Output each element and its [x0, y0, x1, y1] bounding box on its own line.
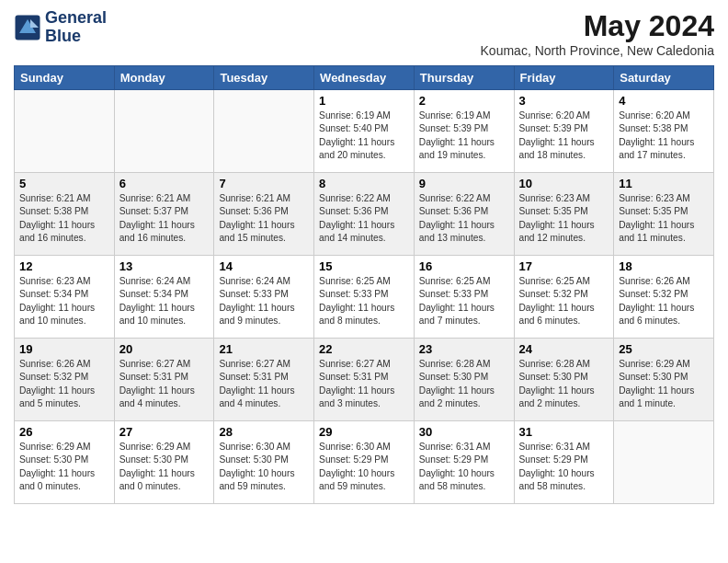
cell-text: Sunrise: 6:30 AMSunset: 5:29 PMDaylight:… [319, 441, 409, 493]
cell-text: Sunrise: 6:20 AMSunset: 5:39 PMDaylight:… [519, 109, 609, 162]
logo: General Blue [14, 9, 107, 46]
day-number: 31 [519, 425, 609, 439]
cell-text: Sunrise: 6:24 AMSunset: 5:33 PMDaylight:… [219, 275, 309, 327]
calendar-cell: 15Sunrise: 6:25 AMSunset: 5:33 PMDayligh… [314, 256, 415, 339]
cell-text: Sunrise: 6:30 AMSunset: 5:30 PMDaylight:… [219, 441, 309, 493]
cell-text: Sunrise: 6:21 AMSunset: 5:36 PMDaylight:… [219, 192, 309, 245]
day-header-tuesday: Tuesday [214, 66, 314, 90]
week-row: 5Sunrise: 6:21 AMSunset: 5:38 PMDaylight… [15, 173, 714, 256]
cell-text: Sunrise: 6:28 AMSunset: 5:30 PMDaylight:… [519, 358, 609, 410]
cell-text: Sunrise: 6:27 AMSunset: 5:31 PMDaylight:… [119, 358, 210, 410]
week-row: 26Sunrise: 6:29 AMSunset: 5:30 PMDayligh… [15, 421, 714, 504]
cell-text: Sunrise: 6:21 AMSunset: 5:38 PMDaylight:… [19, 192, 109, 245]
day-header-friday: Friday [514, 66, 614, 90]
day-number: 19 [19, 342, 109, 356]
calendar-cell: 23Sunrise: 6:28 AMSunset: 5:30 PMDayligh… [414, 339, 514, 421]
cell-text: Sunrise: 6:31 AMSunset: 5:29 PMDaylight:… [419, 441, 509, 493]
day-number: 14 [219, 259, 309, 273]
day-number: 28 [219, 425, 309, 439]
day-header-saturday: Saturday [614, 66, 714, 90]
calendar-cell: 22Sunrise: 6:27 AMSunset: 5:31 PMDayligh… [314, 339, 415, 421]
day-number: 1 [319, 94, 409, 108]
calendar-cell: 18Sunrise: 6:26 AMSunset: 5:32 PMDayligh… [614, 256, 714, 339]
week-row: 19Sunrise: 6:26 AMSunset: 5:32 PMDayligh… [15, 339, 714, 421]
day-number: 22 [319, 342, 409, 356]
day-number: 3 [519, 94, 609, 108]
cell-text: Sunrise: 6:27 AMSunset: 5:31 PMDaylight:… [219, 358, 309, 410]
logo-icon [14, 14, 41, 41]
calendar-cell [114, 90, 214, 173]
cell-text: Sunrise: 6:25 AMSunset: 5:32 PMDaylight:… [519, 275, 609, 327]
day-number: 9 [419, 177, 509, 190]
calendar-cell: 6Sunrise: 6:21 AMSunset: 5:37 PMDaylight… [114, 173, 214, 256]
day-number: 6 [119, 177, 210, 190]
day-number: 8 [319, 177, 409, 190]
calendar-cell: 16Sunrise: 6:25 AMSunset: 5:33 PMDayligh… [414, 256, 514, 339]
day-number: 4 [619, 94, 709, 108]
cell-text: Sunrise: 6:21 AMSunset: 5:37 PMDaylight:… [119, 192, 210, 245]
calendar-cell: 24Sunrise: 6:28 AMSunset: 5:30 PMDayligh… [514, 339, 614, 421]
day-number: 25 [619, 342, 709, 356]
calendar-cell: 2Sunrise: 6:19 AMSunset: 5:39 PMDaylight… [414, 90, 514, 173]
cell-text: Sunrise: 6:22 AMSunset: 5:36 PMDaylight:… [419, 192, 509, 245]
day-number: 7 [219, 177, 309, 190]
cell-text: Sunrise: 6:29 AMSunset: 5:30 PMDaylight:… [119, 441, 210, 493]
cell-text: Sunrise: 6:31 AMSunset: 5:29 PMDaylight:… [519, 441, 609, 493]
day-number: 18 [619, 259, 709, 273]
calendar-cell: 25Sunrise: 6:29 AMSunset: 5:30 PMDayligh… [614, 339, 714, 421]
calendar-cell: 31Sunrise: 6:31 AMSunset: 5:29 PMDayligh… [514, 421, 614, 504]
calendar-cell: 3Sunrise: 6:20 AMSunset: 5:39 PMDaylight… [514, 90, 614, 173]
calendar-cell: 5Sunrise: 6:21 AMSunset: 5:38 PMDaylight… [15, 173, 115, 256]
day-number: 24 [519, 342, 609, 356]
calendar-cell: 7Sunrise: 6:21 AMSunset: 5:36 PMDaylight… [214, 173, 314, 256]
day-number: 27 [119, 425, 210, 439]
calendar-cell: 9Sunrise: 6:22 AMSunset: 5:36 PMDaylight… [414, 173, 514, 256]
calendar-cell [214, 90, 314, 173]
day-header-sunday: Sunday [15, 66, 115, 90]
day-number: 13 [119, 259, 210, 273]
day-header-wednesday: Wednesday [314, 66, 415, 90]
cell-text: Sunrise: 6:28 AMSunset: 5:30 PMDaylight:… [419, 358, 509, 410]
cell-text: Sunrise: 6:19 AMSunset: 5:40 PMDaylight:… [319, 109, 409, 162]
calendar-cell: 8Sunrise: 6:22 AMSunset: 5:36 PMDaylight… [314, 173, 415, 256]
page-header: General Blue May 2024 Koumac, North Prov… [14, 9, 714, 58]
day-number: 2 [419, 94, 509, 108]
title-block: May 2024 Koumac, North Province, New Cal… [481, 9, 714, 58]
calendar-cell: 14Sunrise: 6:24 AMSunset: 5:33 PMDayligh… [214, 256, 314, 339]
day-number: 26 [19, 425, 109, 439]
day-number: 16 [419, 259, 509, 273]
cell-text: Sunrise: 6:25 AMSunset: 5:33 PMDaylight:… [319, 275, 409, 327]
calendar-cell [15, 90, 115, 173]
cell-text: Sunrise: 6:26 AMSunset: 5:32 PMDaylight:… [619, 275, 709, 327]
calendar-cell: 10Sunrise: 6:23 AMSunset: 5:35 PMDayligh… [514, 173, 614, 256]
calendar-cell: 29Sunrise: 6:30 AMSunset: 5:29 PMDayligh… [314, 421, 415, 504]
cell-text: Sunrise: 6:26 AMSunset: 5:32 PMDaylight:… [19, 358, 109, 410]
cell-text: Sunrise: 6:25 AMSunset: 5:33 PMDaylight:… [419, 275, 509, 327]
cell-text: Sunrise: 6:23 AMSunset: 5:35 PMDaylight:… [519, 192, 609, 245]
month-year: May 2024 [481, 9, 714, 43]
calendar-cell: 30Sunrise: 6:31 AMSunset: 5:29 PMDayligh… [414, 421, 514, 504]
cell-text: Sunrise: 6:27 AMSunset: 5:31 PMDaylight:… [319, 358, 409, 410]
day-number: 15 [319, 259, 409, 273]
calendar-cell [614, 421, 714, 504]
calendar-table: SundayMondayTuesdayWednesdayThursdayFrid… [14, 65, 714, 504]
location: Koumac, North Province, New Caledonia [481, 43, 714, 58]
calendar-cell: 20Sunrise: 6:27 AMSunset: 5:31 PMDayligh… [114, 339, 214, 421]
calendar-cell: 17Sunrise: 6:25 AMSunset: 5:32 PMDayligh… [514, 256, 614, 339]
calendar-cell: 19Sunrise: 6:26 AMSunset: 5:32 PMDayligh… [15, 339, 115, 421]
day-number: 21 [219, 342, 309, 356]
day-number: 17 [519, 259, 609, 273]
cell-text: Sunrise: 6:29 AMSunset: 5:30 PMDaylight:… [19, 441, 109, 493]
day-number: 29 [319, 425, 409, 439]
logo-text: General Blue [45, 9, 107, 46]
week-row: 1Sunrise: 6:19 AMSunset: 5:40 PMDaylight… [15, 90, 714, 173]
cell-text: Sunrise: 6:29 AMSunset: 5:30 PMDaylight:… [619, 358, 709, 410]
calendar-cell: 11Sunrise: 6:23 AMSunset: 5:35 PMDayligh… [614, 173, 714, 256]
calendar-cell: 13Sunrise: 6:24 AMSunset: 5:34 PMDayligh… [114, 256, 214, 339]
day-number: 20 [119, 342, 210, 356]
day-header-thursday: Thursday [414, 66, 514, 90]
calendar-cell: 1Sunrise: 6:19 AMSunset: 5:40 PMDaylight… [314, 90, 415, 173]
cell-text: Sunrise: 6:20 AMSunset: 5:38 PMDaylight:… [619, 109, 709, 162]
day-number: 11 [619, 177, 709, 190]
calendar-cell: 12Sunrise: 6:23 AMSunset: 5:34 PMDayligh… [15, 256, 115, 339]
